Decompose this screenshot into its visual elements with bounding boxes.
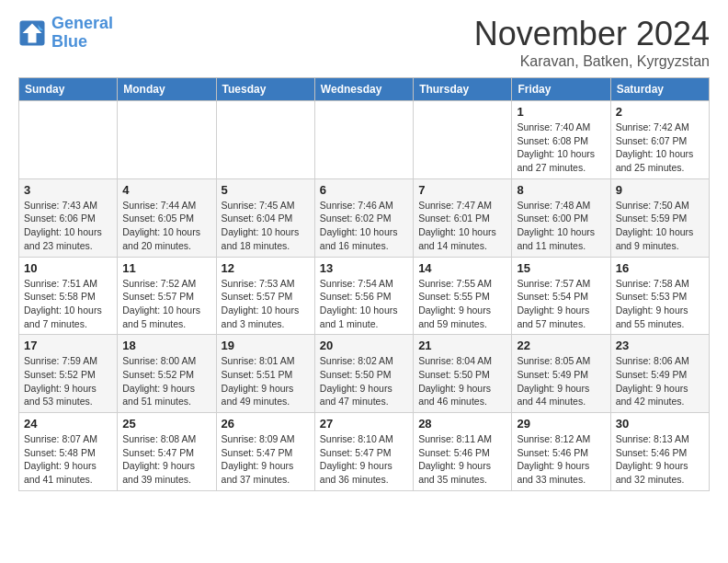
calendar-cell: 19Sunrise: 8:01 AM Sunset: 5:51 PM Dayli… [216,335,314,413]
calendar-cell: 16Sunrise: 7:58 AM Sunset: 5:53 PM Dayli… [610,257,709,335]
day-number: 6 [320,183,408,197]
title-block: November 2024 Karavan, Batken, Kyrgyzsta… [474,15,710,70]
weekday-header: Saturday [610,78,709,101]
day-number: 4 [122,183,210,197]
calendar-week-row: 10Sunrise: 7:51 AM Sunset: 5:58 PM Dayli… [19,257,710,335]
day-number: 7 [418,183,506,197]
calendar-week-row: 24Sunrise: 8:07 AM Sunset: 5:48 PM Dayli… [19,413,710,491]
calendar-cell: 6Sunrise: 7:46 AM Sunset: 6:02 PM Daylig… [314,178,413,257]
day-number: 16 [616,261,704,275]
day-number: 29 [517,417,605,431]
day-number: 12 [222,261,310,275]
calendar-cell: 21Sunrise: 8:04 AM Sunset: 5:50 PM Dayli… [414,335,512,413]
page-container: General Blue November 2024 Karavan, Batk… [0,0,728,506]
day-number: 19 [222,339,310,352]
day-info: Sunrise: 7:47 AM Sunset: 6:01 PM Dayligh… [418,199,506,253]
day-number: 21 [418,339,506,352]
logo: General Blue [18,15,113,52]
calendar-cell [216,101,314,179]
header: General Blue November 2024 Karavan, Batk… [18,15,710,70]
weekday-header: Sunday [19,78,118,101]
calendar-cell [314,101,413,179]
day-number: 22 [517,339,605,352]
calendar-cell: 7Sunrise: 7:47 AM Sunset: 6:01 PM Daylig… [414,178,512,257]
calendar-week-row: 1Sunrise: 7:40 AM Sunset: 6:08 PM Daylig… [19,101,710,179]
calendar-cell: 2Sunrise: 7:42 AM Sunset: 6:07 PM Daylig… [610,101,709,179]
day-info: Sunrise: 8:07 AM Sunset: 5:48 PM Dayligh… [24,432,112,487]
calendar-cell: 22Sunrise: 8:05 AM Sunset: 5:49 PM Dayli… [512,335,610,413]
calendar-week-row: 3Sunrise: 7:43 AM Sunset: 6:06 PM Daylig… [19,178,710,257]
location-title: Karavan, Batken, Kyrgyzstan [474,53,710,70]
calendar-cell: 25Sunrise: 8:08 AM Sunset: 5:47 PM Dayli… [118,413,216,491]
calendar-cell: 9Sunrise: 7:50 AM Sunset: 5:59 PM Daylig… [610,178,709,257]
calendar-cell [414,101,512,179]
weekday-header: Thursday [414,78,512,101]
weekday-header: Wednesday [314,78,413,101]
weekday-header: Friday [512,78,610,101]
day-info: Sunrise: 8:00 AM Sunset: 5:52 PM Dayligh… [122,354,210,408]
day-info: Sunrise: 7:40 AM Sunset: 6:08 PM Dayligh… [517,121,605,175]
calendar-cell: 26Sunrise: 8:09 AM Sunset: 5:47 PM Dayli… [216,413,314,491]
day-info: Sunrise: 7:45 AM Sunset: 6:04 PM Dayligh… [222,199,310,253]
day-number: 8 [517,183,605,197]
day-number: 28 [418,417,506,431]
day-number: 26 [222,417,310,431]
calendar-cell: 27Sunrise: 8:10 AM Sunset: 5:47 PM Dayli… [314,413,413,491]
logo-line1: General [51,14,113,32]
day-number: 20 [320,339,408,352]
day-number: 27 [320,417,408,431]
calendar-cell: 11Sunrise: 7:52 AM Sunset: 5:57 PM Dayli… [118,257,216,335]
day-info: Sunrise: 7:44 AM Sunset: 6:05 PM Dayligh… [122,199,210,253]
calendar-cell: 24Sunrise: 8:07 AM Sunset: 5:48 PM Dayli… [19,413,118,491]
calendar-cell: 20Sunrise: 8:02 AM Sunset: 5:50 PM Dayli… [314,335,413,413]
weekday-header: Monday [118,78,216,101]
day-info: Sunrise: 7:50 AM Sunset: 5:59 PM Dayligh… [616,199,704,253]
logo-icon [18,19,46,47]
logo-line2: Blue [51,32,87,51]
day-number: 25 [122,417,210,431]
day-info: Sunrise: 8:12 AM Sunset: 5:46 PM Dayligh… [517,432,605,487]
day-info: Sunrise: 8:09 AM Sunset: 5:47 PM Dayligh… [222,432,310,487]
day-info: Sunrise: 8:08 AM Sunset: 5:47 PM Dayligh… [122,432,210,487]
calendar-cell: 1Sunrise: 7:40 AM Sunset: 6:08 PM Daylig… [512,101,610,179]
day-info: Sunrise: 7:55 AM Sunset: 5:55 PM Dayligh… [418,277,506,331]
day-number: 5 [222,183,310,197]
calendar-cell: 3Sunrise: 7:43 AM Sunset: 6:06 PM Daylig… [19,178,118,257]
calendar-cell: 14Sunrise: 7:55 AM Sunset: 5:55 PM Dayli… [414,257,512,335]
calendar-cell: 5Sunrise: 7:45 AM Sunset: 6:04 PM Daylig… [216,178,314,257]
day-number: 23 [616,339,704,352]
day-number: 9 [616,183,704,197]
day-info: Sunrise: 7:43 AM Sunset: 6:06 PM Dayligh… [24,199,112,253]
calendar-cell: 15Sunrise: 7:57 AM Sunset: 5:54 PM Dayli… [512,257,610,335]
calendar-cell: 13Sunrise: 7:54 AM Sunset: 5:56 PM Dayli… [314,257,413,335]
calendar-cell: 29Sunrise: 8:12 AM Sunset: 5:46 PM Dayli… [512,413,610,491]
day-info: Sunrise: 7:52 AM Sunset: 5:57 PM Dayligh… [122,277,210,331]
day-info: Sunrise: 8:06 AM Sunset: 5:49 PM Dayligh… [616,354,704,408]
day-info: Sunrise: 8:02 AM Sunset: 5:50 PM Dayligh… [320,354,408,408]
day-info: Sunrise: 7:57 AM Sunset: 5:54 PM Dayligh… [517,277,605,331]
day-number: 1 [517,105,605,119]
day-info: Sunrise: 7:42 AM Sunset: 6:07 PM Dayligh… [616,121,704,175]
day-number: 17 [24,339,112,352]
day-number: 2 [616,105,704,119]
day-number: 13 [320,261,408,275]
weekday-header: Tuesday [216,78,314,101]
day-info: Sunrise: 8:05 AM Sunset: 5:49 PM Dayligh… [517,354,605,408]
calendar-header-row: SundayMondayTuesdayWednesdayThursdayFrid… [19,78,710,101]
calendar-cell: 4Sunrise: 7:44 AM Sunset: 6:05 PM Daylig… [118,178,216,257]
day-info: Sunrise: 7:53 AM Sunset: 5:57 PM Dayligh… [222,277,310,331]
day-info: Sunrise: 7:58 AM Sunset: 5:53 PM Dayligh… [616,277,704,331]
day-number: 11 [122,261,210,275]
day-info: Sunrise: 8:10 AM Sunset: 5:47 PM Dayligh… [320,432,408,487]
day-number: 15 [517,261,605,275]
day-info: Sunrise: 7:54 AM Sunset: 5:56 PM Dayligh… [320,277,408,331]
calendar-cell: 18Sunrise: 8:00 AM Sunset: 5:52 PM Dayli… [118,335,216,413]
day-info: Sunrise: 7:59 AM Sunset: 5:52 PM Dayligh… [24,354,112,408]
day-info: Sunrise: 8:01 AM Sunset: 5:51 PM Dayligh… [222,354,310,408]
day-number: 18 [122,339,210,352]
calendar-cell: 17Sunrise: 7:59 AM Sunset: 5:52 PM Dayli… [19,335,118,413]
day-info: Sunrise: 8:13 AM Sunset: 5:46 PM Dayligh… [616,432,704,487]
calendar: SundayMondayTuesdayWednesdayThursdayFrid… [18,77,710,491]
day-info: Sunrise: 7:48 AM Sunset: 6:00 PM Dayligh… [517,199,605,253]
calendar-cell: 30Sunrise: 8:13 AM Sunset: 5:46 PM Dayli… [610,413,709,491]
